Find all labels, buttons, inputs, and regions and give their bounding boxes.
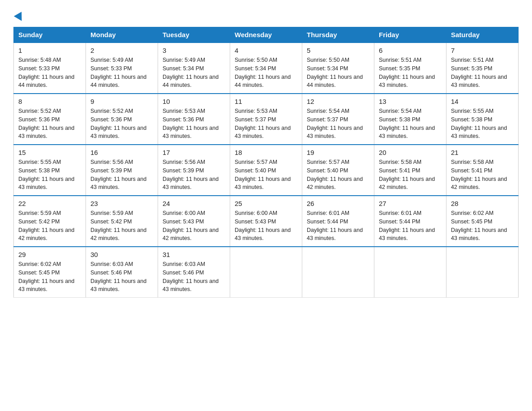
day-number: 11 [235, 98, 297, 105]
header-thursday: Thursday [302, 27, 374, 43]
day-number: 30 [90, 251, 153, 258]
calendar-day-cell: 13Sunrise: 5:54 AMSunset: 5:38 PMDayligh… [374, 94, 446, 145]
calendar-day-cell: 9Sunrise: 5:52 AMSunset: 5:36 PMDaylight… [86, 94, 158, 145]
calendar-day-cell: 11Sunrise: 5:53 AMSunset: 5:37 PMDayligh… [230, 94, 302, 145]
calendar-day-cell: 1Sunrise: 5:48 AMSunset: 5:33 PMDaylight… [14, 43, 86, 94]
day-info: Sunrise: 5:56 AMSunset: 5:39 PMDaylight:… [90, 158, 153, 192]
calendar-day-cell: 30Sunrise: 6:03 AMSunset: 5:46 PMDayligh… [86, 247, 158, 298]
calendar-empty-cell [230, 247, 302, 298]
calendar-day-cell: 10Sunrise: 5:53 AMSunset: 5:36 PMDayligh… [158, 94, 230, 145]
day-number: 7 [451, 47, 514, 54]
calendar-day-cell: 19Sunrise: 5:57 AMSunset: 5:40 PMDayligh… [302, 145, 374, 196]
day-info: Sunrise: 5:52 AMSunset: 5:36 PMDaylight:… [90, 107, 153, 141]
day-number: 16 [90, 149, 153, 156]
calendar-day-cell: 17Sunrise: 5:56 AMSunset: 5:39 PMDayligh… [158, 145, 230, 196]
calendar-day-cell: 7Sunrise: 5:51 AMSunset: 5:35 PMDaylight… [446, 43, 519, 94]
day-number: 26 [307, 200, 369, 207]
day-number: 19 [307, 149, 369, 156]
day-number: 3 [163, 47, 225, 54]
day-info: Sunrise: 5:51 AMSunset: 5:35 PMDaylight:… [379, 56, 442, 90]
calendar-day-cell: 5Sunrise: 5:50 AMSunset: 5:34 PMDaylight… [302, 43, 374, 94]
day-info: Sunrise: 5:57 AMSunset: 5:40 PMDaylight:… [235, 158, 297, 192]
day-number: 6 [379, 47, 442, 54]
header-saturday: Saturday [446, 27, 519, 43]
calendar-week-row: 8Sunrise: 5:52 AMSunset: 5:36 PMDaylight… [14, 94, 519, 145]
day-number: 25 [235, 200, 297, 207]
calendar-day-cell: 22Sunrise: 5:59 AMSunset: 5:42 PMDayligh… [14, 196, 86, 247]
day-info: Sunrise: 6:00 AMSunset: 5:43 PMDaylight:… [163, 209, 225, 243]
day-info: Sunrise: 5:53 AMSunset: 5:37 PMDaylight:… [235, 107, 297, 141]
calendar-day-cell: 12Sunrise: 5:54 AMSunset: 5:37 PMDayligh… [302, 94, 374, 145]
day-info: Sunrise: 5:58 AMSunset: 5:41 PMDaylight:… [451, 158, 514, 192]
calendar-day-cell: 21Sunrise: 5:58 AMSunset: 5:41 PMDayligh… [446, 145, 519, 196]
calendar-day-cell: 2Sunrise: 5:49 AMSunset: 5:33 PMDaylight… [86, 43, 158, 94]
day-info: Sunrise: 5:50 AMSunset: 5:34 PMDaylight:… [307, 56, 369, 90]
header-tuesday: Tuesday [158, 27, 230, 43]
day-info: Sunrise: 5:59 AMSunset: 5:42 PMDaylight:… [90, 209, 153, 243]
day-info: Sunrise: 5:59 AMSunset: 5:42 PMDaylight:… [18, 209, 81, 243]
day-number: 28 [451, 200, 514, 207]
logo-triangle-icon [14, 12, 26, 23]
calendar-day-cell: 15Sunrise: 5:55 AMSunset: 5:38 PMDayligh… [14, 145, 86, 196]
day-number: 13 [379, 98, 442, 105]
day-number: 9 [90, 98, 153, 105]
day-number: 4 [235, 47, 297, 54]
day-number: 1 [18, 47, 81, 54]
day-info: Sunrise: 6:02 AMSunset: 5:45 PMDaylight:… [451, 209, 514, 243]
calendar-day-cell: 24Sunrise: 6:00 AMSunset: 5:43 PMDayligh… [158, 196, 230, 247]
calendar-week-row: 1Sunrise: 5:48 AMSunset: 5:33 PMDaylight… [14, 43, 519, 94]
day-info: Sunrise: 5:54 AMSunset: 5:37 PMDaylight:… [307, 107, 369, 141]
calendar-week-row: 15Sunrise: 5:55 AMSunset: 5:38 PMDayligh… [14, 145, 519, 196]
calendar-day-cell: 23Sunrise: 5:59 AMSunset: 5:42 PMDayligh… [86, 196, 158, 247]
day-info: Sunrise: 5:53 AMSunset: 5:36 PMDaylight:… [163, 107, 225, 141]
calendar-day-cell: 18Sunrise: 5:57 AMSunset: 5:40 PMDayligh… [230, 145, 302, 196]
day-info: Sunrise: 5:57 AMSunset: 5:40 PMDaylight:… [307, 158, 369, 192]
calendar-day-cell: 26Sunrise: 6:01 AMSunset: 5:44 PMDayligh… [302, 196, 374, 247]
day-number: 24 [163, 200, 225, 207]
day-info: Sunrise: 6:01 AMSunset: 5:44 PMDaylight:… [379, 209, 442, 243]
calendar-day-cell: 6Sunrise: 5:51 AMSunset: 5:35 PMDaylight… [374, 43, 446, 94]
calendar-day-cell: 14Sunrise: 5:55 AMSunset: 5:38 PMDayligh… [446, 94, 519, 145]
day-info: Sunrise: 5:49 AMSunset: 5:34 PMDaylight:… [163, 56, 225, 90]
day-info: Sunrise: 6:03 AMSunset: 5:46 PMDaylight:… [90, 260, 153, 294]
calendar-week-row: 22Sunrise: 5:59 AMSunset: 5:42 PMDayligh… [14, 196, 519, 247]
day-number: 12 [307, 98, 369, 105]
header-sunday: Sunday [14, 27, 86, 43]
day-info: Sunrise: 6:00 AMSunset: 5:43 PMDaylight:… [235, 209, 297, 243]
calendar-day-cell: 31Sunrise: 6:03 AMSunset: 5:46 PMDayligh… [158, 247, 230, 298]
day-number: 20 [379, 149, 442, 156]
header-wednesday: Wednesday [230, 27, 302, 43]
day-number: 8 [18, 98, 81, 105]
day-number: 23 [90, 200, 153, 207]
day-number: 29 [18, 251, 81, 258]
day-number: 21 [451, 149, 514, 156]
calendar-day-cell: 20Sunrise: 5:58 AMSunset: 5:41 PMDayligh… [374, 145, 446, 196]
day-number: 14 [451, 98, 514, 105]
calendar-header-row: SundayMondayTuesdayWednesdayThursdayFrid… [14, 27, 519, 43]
calendar-empty-cell [302, 247, 374, 298]
day-info: Sunrise: 6:03 AMSunset: 5:46 PMDaylight:… [163, 260, 225, 294]
day-info: Sunrise: 6:02 AMSunset: 5:45 PMDaylight:… [18, 260, 81, 294]
page-header [13, 9, 519, 22]
day-info: Sunrise: 5:58 AMSunset: 5:41 PMDaylight:… [379, 158, 442, 192]
day-number: 18 [235, 149, 297, 156]
calendar-day-cell: 27Sunrise: 6:01 AMSunset: 5:44 PMDayligh… [374, 196, 446, 247]
logo-blue-text [13, 13, 24, 22]
day-info: Sunrise: 5:55 AMSunset: 5:38 PMDaylight:… [451, 107, 514, 141]
day-info: Sunrise: 5:52 AMSunset: 5:36 PMDaylight:… [18, 107, 81, 141]
calendar-day-cell: 4Sunrise: 5:50 AMSunset: 5:34 PMDaylight… [230, 43, 302, 94]
day-info: Sunrise: 5:48 AMSunset: 5:33 PMDaylight:… [18, 56, 81, 90]
day-info: Sunrise: 5:54 AMSunset: 5:38 PMDaylight:… [379, 107, 442, 141]
day-info: Sunrise: 6:01 AMSunset: 5:44 PMDaylight:… [307, 209, 369, 243]
day-number: 5 [307, 47, 369, 54]
header-monday: Monday [86, 27, 158, 43]
calendar-day-cell: 29Sunrise: 6:02 AMSunset: 5:45 PMDayligh… [14, 247, 86, 298]
day-number: 22 [18, 200, 81, 207]
day-number: 31 [163, 251, 225, 258]
calendar-day-cell: 3Sunrise: 5:49 AMSunset: 5:34 PMDaylight… [158, 43, 230, 94]
day-number: 10 [163, 98, 225, 105]
day-number: 27 [379, 200, 442, 207]
header-friday: Friday [374, 27, 446, 43]
day-number: 15 [18, 149, 81, 156]
calendar-day-cell: 28Sunrise: 6:02 AMSunset: 5:45 PMDayligh… [446, 196, 519, 247]
